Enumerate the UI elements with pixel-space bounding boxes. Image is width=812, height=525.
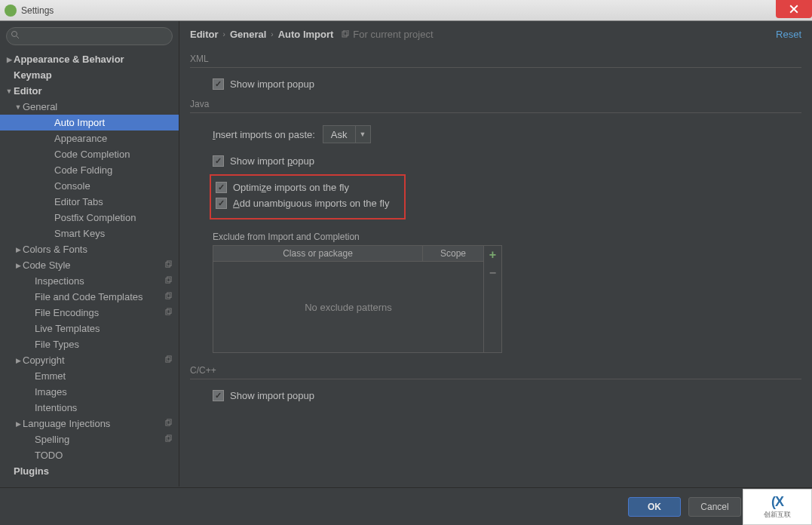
- svg-rect-10: [166, 358, 170, 362]
- insert-imports-select[interactable]: Ask ▼: [323, 125, 371, 143]
- separator: [190, 112, 801, 113]
- breadcrumb-item[interactable]: Editor: [190, 29, 219, 40]
- ok-button[interactable]: OK: [628, 497, 681, 517]
- tree-item-editor-tabs[interactable]: Editor Tabs: [0, 194, 179, 210]
- exclude-table-empty: No exclude patterns: [213, 262, 483, 352]
- exclude-label: Exclude from Import and Completion: [213, 232, 801, 242]
- tree-item-colors-fonts[interactable]: Colors & Fonts: [0, 241, 179, 257]
- tree-item-label: Intentions: [35, 402, 77, 413]
- tree-item-file-encodings[interactable]: File Encodings: [0, 305, 179, 321]
- tree-item-file-and-code-templates[interactable]: File and Code Templates: [0, 289, 179, 305]
- tree-item-smart-keys[interactable]: Smart Keys: [0, 226, 179, 241]
- add-exclude-button[interactable]: +: [484, 246, 501, 264]
- svg-rect-8: [166, 310, 170, 315]
- copy-icon: [164, 276, 173, 286]
- tree-item-label: Colors & Fonts: [23, 244, 87, 255]
- copy-icon: [164, 419, 173, 428]
- tree-item-label: Smart Keys: [54, 228, 105, 239]
- tree-item-copyright[interactable]: Copyright: [0, 352, 179, 368]
- tree-item-label: File and Code Templates: [35, 291, 143, 302]
- titlebar: Settings: [0, 0, 812, 21]
- tree-item-label: Images: [35, 386, 67, 398]
- optimize-imports-label: Optimize imports on the fly: [233, 182, 349, 193]
- svg-rect-5: [167, 277, 172, 281]
- highlighted-options: Optimize imports on the fly Add unambigu…: [210, 174, 406, 220]
- tree-item-label: Console: [54, 180, 90, 192]
- breadcrumb-item[interactable]: Auto Import: [278, 29, 334, 40]
- breadcrumb-item[interactable]: General: [230, 29, 266, 40]
- tree-item-label: Plugins: [14, 465, 49, 477]
- close-icon: [789, 5, 798, 14]
- tree-item-todo[interactable]: TODO: [0, 447, 179, 463]
- xml-show-import-popup-checkbox[interactable]: [213, 78, 224, 90]
- tree-item-intentions[interactable]: Intentions: [0, 400, 179, 416]
- chevron-down-icon: ▼: [355, 126, 370, 143]
- tree-item-images[interactable]: Images: [0, 384, 179, 400]
- tree-item-label: Live Templates: [35, 323, 100, 334]
- tree-item-language-injections[interactable]: Language Injections: [0, 416, 179, 431]
- tree-item-general[interactable]: General: [0, 99, 179, 115]
- tree-item-code-style[interactable]: Code Style: [0, 257, 179, 273]
- section-label-java: Java: [190, 99, 801, 109]
- close-button[interactable]: [776, 0, 812, 18]
- tree-item-emmet[interactable]: Emmet: [0, 368, 179, 384]
- separator: [190, 379, 801, 379]
- tree-item-label: Code Completion: [54, 149, 130, 160]
- copy-icon: [164, 260, 173, 270]
- svg-rect-2: [166, 262, 170, 267]
- svg-rect-12: [166, 421, 170, 425]
- column-header-class[interactable]: Class or package: [213, 246, 423, 261]
- chevron-right-icon: ›: [271, 30, 273, 38]
- tree-item-spelling[interactable]: Spelling: [0, 431, 179, 447]
- tree-item-appearance-behavior[interactable]: Appearance & Behavior: [0, 51, 179, 67]
- tree-item-keymap[interactable]: Keymap: [0, 67, 179, 83]
- sidebar: Appearance & BehaviorKeymapEditorGeneral…: [0, 21, 179, 487]
- chevron-right-icon: [14, 246, 23, 253]
- cancel-button[interactable]: Cancel: [688, 497, 741, 517]
- svg-line-1: [17, 36, 19, 38]
- tree-item-file-types[interactable]: File Types: [0, 336, 179, 352]
- tree-item-inspections[interactable]: Inspections: [0, 273, 179, 289]
- svg-rect-13: [167, 419, 172, 424]
- svg-rect-7: [167, 293, 172, 297]
- tree-item-postfix-completion[interactable]: Postfix Completion: [0, 210, 179, 226]
- tree-item-label: Appearance: [54, 133, 107, 144]
- remove-exclude-button[interactable]: −: [484, 264, 501, 282]
- chevron-right-icon: [14, 262, 23, 269]
- tree-item-label: File Encodings: [35, 307, 99, 318]
- tree-item-console[interactable]: Console: [0, 178, 179, 194]
- tree-item-label: Auto Import: [54, 117, 105, 128]
- optimize-imports-checkbox[interactable]: [216, 182, 227, 193]
- search-input[interactable]: [6, 27, 173, 45]
- tree-item-appearance[interactable]: Appearance: [0, 130, 179, 146]
- reset-link[interactable]: Reset: [776, 29, 801, 40]
- column-header-scope[interactable]: Scope: [423, 246, 483, 261]
- tree-item-auto-import[interactable]: Auto Import: [0, 115, 179, 130]
- tree-item-plugins[interactable]: Plugins: [0, 463, 179, 479]
- add-unambiguous-imports-label: Add unambiguous imports on the fly: [233, 198, 389, 209]
- tree-item-label: Copyright: [23, 355, 65, 366]
- tree-item-editor[interactable]: Editor: [0, 83, 179, 99]
- svg-rect-4: [166, 278, 170, 283]
- java-show-import-popup-checkbox[interactable]: [213, 155, 224, 167]
- tree-item-code-folding[interactable]: Code Folding: [0, 162, 179, 178]
- exclude-table: Class or package Scope No exclude patter…: [213, 245, 484, 353]
- svg-rect-17: [344, 30, 348, 35]
- tree-item-label: Inspections: [35, 275, 84, 287]
- svg-rect-9: [167, 309, 172, 313]
- cpp-show-import-popup-label: Show import popup: [230, 390, 314, 401]
- xml-show-import-popup-label: Show import popup: [230, 78, 314, 90]
- tree-item-code-completion[interactable]: Code Completion: [0, 146, 179, 162]
- add-unambiguous-imports-checkbox[interactable]: [216, 198, 227, 209]
- window-title: Settings: [21, 5, 54, 16]
- svg-rect-15: [167, 435, 172, 440]
- tree-item-label: Editor: [14, 85, 42, 97]
- svg-rect-16: [342, 32, 347, 37]
- copy-icon: [164, 292, 173, 302]
- chevron-right-icon: [5, 56, 14, 63]
- cpp-show-import-popup-checkbox[interactable]: [213, 390, 224, 401]
- svg-rect-3: [167, 261, 172, 266]
- tree-item-live-templates[interactable]: Live Templates: [0, 321, 179, 336]
- chevron-down-icon: [5, 88, 14, 95]
- project-scope-hint: For current project: [341, 29, 433, 40]
